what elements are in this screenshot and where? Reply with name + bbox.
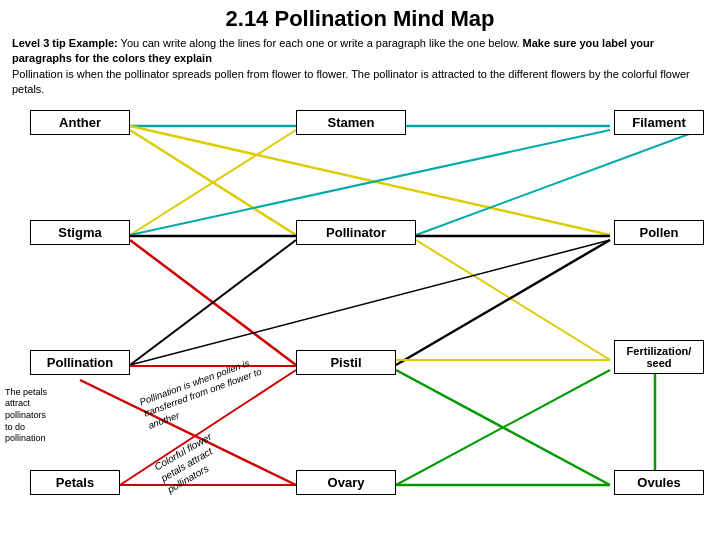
svg-line-13 <box>130 240 610 365</box>
svg-line-4 <box>130 130 296 235</box>
description-text: Level 3 tip Example: You can write along… <box>0 34 720 102</box>
svg-line-20 <box>396 370 610 485</box>
pollination-desc-label: Pollination is when pollen istransferred… <box>138 354 268 431</box>
svg-line-3 <box>130 126 610 235</box>
stigma-node: Stigma <box>30 220 130 245</box>
page-title: 2.14 Pollination Mind Map <box>0 0 720 34</box>
svg-line-12 <box>396 240 610 365</box>
pistil-node: Pistil <box>296 350 396 375</box>
connection-lines <box>0 102 720 532</box>
svg-line-9 <box>130 240 296 365</box>
petals-attract-label: The petalsattractpollinatorsto dopollina… <box>5 387 47 445</box>
pollination-node: Pollination <box>30 350 130 375</box>
fertilization-node: Fertilization/ seed <box>614 340 704 374</box>
ovules-node: Ovules <box>614 470 704 495</box>
stamen-node: Stamen <box>296 110 406 135</box>
ovary-node: Ovary <box>296 470 396 495</box>
svg-line-18 <box>396 370 610 485</box>
svg-line-11 <box>416 240 610 360</box>
mind-map-container: Anther Stamen Filament Stigma Pollinator… <box>0 102 720 532</box>
svg-line-2 <box>130 130 296 235</box>
anther-node: Anther <box>30 110 130 135</box>
svg-line-10 <box>130 240 296 365</box>
filament-node: Filament <box>614 110 704 135</box>
pollinator-node: Pollinator <box>296 220 416 245</box>
colorful-desc-label: Colorful flowerpetals attractpollinators <box>152 430 227 496</box>
petals-node: Petals <box>30 470 120 495</box>
pollen-node: Pollen <box>614 220 704 245</box>
